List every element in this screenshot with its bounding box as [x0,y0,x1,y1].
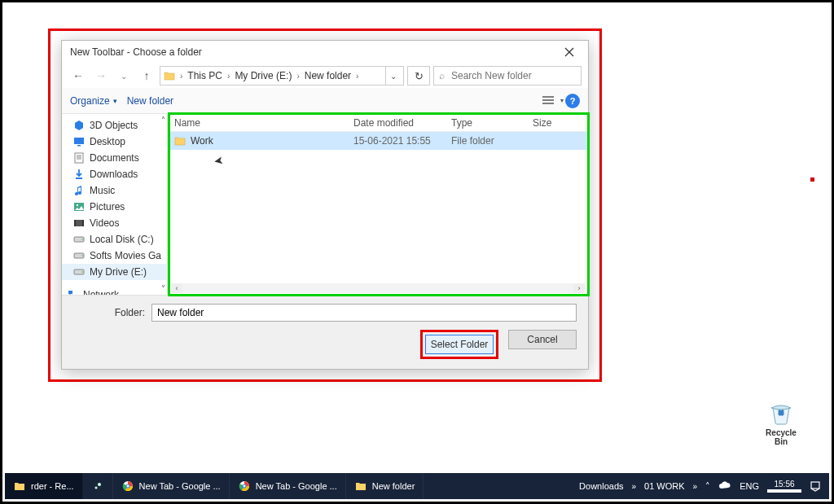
svg-rect-0 [74,138,84,144]
nav-row: ← → ⌄ ↑ › This PC › My Drive (E:) › New … [62,64,588,88]
svg-point-9 [81,239,83,240]
taskbar-item[interactable]: rder - Re... [5,473,83,499]
breadcrumb-folder[interactable]: New folder [305,70,351,81]
clock[interactable]: 15:56 [767,480,801,493]
taskbar[interactable]: rder - Re... New Tab - Google ... New Ta… [5,473,829,499]
refresh-button[interactable]: ↻ [407,66,430,85]
up-button[interactable]: ↑ [137,66,156,85]
language-indicator[interactable]: ENG [740,481,759,491]
tree-item-3d-objects[interactable]: 3D Objects [62,117,167,134]
view-options-button[interactable]: ▾ [539,92,557,110]
recycle-bin-label: Recycle Bin [762,428,801,446]
search-box[interactable]: ⌕ [433,66,582,85]
music-icon [73,185,85,196]
scroll-up-icon[interactable]: ˄ [161,116,165,125]
svg-rect-14 [68,291,72,294]
tray-work[interactable]: 01 WORK [644,481,685,491]
scroll-left-icon[interactable]: ‹ [171,283,182,293]
taskbar-item[interactable]: New folder [346,473,424,499]
tree-item-softs-movies-ga[interactable]: Softs Movies Ga [62,248,167,264]
annotation-red-dot [810,177,814,182]
breadcrumb-drive[interactable]: My Drive (E:) [235,70,292,81]
chevron-right-icon: › [227,72,230,81]
video-icon [73,217,85,229]
taskbar-item[interactable] [83,473,113,499]
column-name[interactable]: Name [174,117,353,129]
chevrons-icon[interactable]: » [693,482,698,491]
column-type[interactable]: Type [451,117,533,129]
svg-point-4 [77,204,78,206]
svg-rect-1 [77,145,81,147]
taskbar-label: rder - Re... [31,481,74,491]
disk-icon [73,250,85,261]
svg-point-13 [81,271,83,273]
caret-down-icon: ▾ [113,97,117,105]
tree-item-desktop[interactable]: Desktop [62,134,167,150]
svg-point-18 [94,487,97,489]
horizontal-scrollbar[interactable]: ‹ › [171,283,585,293]
select-folder-button[interactable]: Select Folder [425,335,494,354]
svg-rect-2 [75,153,83,163]
scroll-track[interactable] [182,283,573,293]
folder-icon [354,480,367,493]
tree-item-label: Music [90,185,115,196]
file-list[interactable]: Work 15-06-2021 15:55 File folder ➤ [168,132,588,295]
folder-name-input[interactable] [151,304,577,322]
tree-item-documents[interactable]: Documents [62,150,167,166]
tray-downloads[interactable]: Downloads [579,481,623,491]
organize-menu[interactable]: Organize ▾ [70,95,117,107]
column-headers[interactable]: Name Date modified Type Size [168,114,588,132]
breadcrumb-dropdown[interactable]: ⌄ [385,66,400,85]
tree-item-label: Desktop [90,136,125,147]
help-button[interactable]: ? [565,94,580,108]
new-folder-button[interactable]: New folder [127,95,173,107]
cube-icon [73,120,85,131]
organize-label: Organize [70,95,110,107]
tree-item-label: Softs Movies Ga [90,250,161,261]
nav-tree[interactable]: ˄ 3D ObjectsDesktopDocumentsDownloadsMus… [62,114,168,295]
command-bar: Organize ▾ New folder ▾ ? [62,88,588,114]
chrome-icon [121,480,134,493]
download-icon [73,169,85,180]
steam-icon [91,480,104,493]
tree-item-label: Documents [90,152,139,164]
folder-icon [13,480,26,493]
breadcrumb-this-pc[interactable]: This PC [187,70,222,81]
breadcrumb[interactable]: › This PC › My Drive (E:) › New folder ›… [160,66,404,85]
recycle-bin-icon [767,399,795,427]
doc-icon [73,152,85,164]
back-button[interactable]: ← [68,66,88,85]
file-type: File folder [451,135,533,147]
tree-item-downloads[interactable]: Downloads [62,166,167,182]
tree-item-label: Downloads [90,169,138,180]
taskbar-label: New Tab - Google ... [139,481,221,491]
scroll-down-icon[interactable]: ˅ [161,284,165,293]
taskbar-item[interactable]: New Tab - Google ... [230,473,346,499]
taskbar-item[interactable]: New Tab - Google ... [113,473,230,499]
tree-item-network[interactable]: Network [62,287,167,295]
mouse-cursor-icon: ➤ [213,153,225,168]
onedrive-icon[interactable] [718,481,731,491]
tray-overflow-icon[interactable]: ˄ [705,481,710,492]
search-input[interactable] [450,69,576,82]
chevrons-icon[interactable]: » [632,482,637,491]
forward-button[interactable]: → [91,66,111,85]
file-list-area: Name Date modified Type Size Work 15-06-… [168,114,588,295]
cancel-button[interactable]: Cancel [508,330,577,349]
tree-item-pictures[interactable]: Pictures [62,199,167,215]
tree-item-label: Network [83,289,119,295]
folder-row-work[interactable]: Work 15-06-2021 15:55 File folder [168,132,588,150]
tree-item-local-disk-c-[interactable]: Local Disk (C:) [62,231,167,248]
clock-time: 15:56 [767,480,801,489]
scroll-right-icon[interactable]: › [573,283,585,293]
tree-item-music[interactable]: Music [62,182,167,199]
recent-locations-button[interactable]: ⌄ [114,66,134,85]
notifications-icon[interactable] [810,480,821,492]
tree-item-videos[interactable]: Videos [62,215,167,231]
column-size[interactable]: Size [533,117,573,129]
column-date[interactable]: Date modified [353,117,451,129]
close-button[interactable] [555,43,583,61]
recycle-bin[interactable]: Recycle Bin [762,399,801,446]
tree-item-my-drive-e-[interactable]: My Drive (E:) [62,264,167,280]
clock-underline [767,489,801,493]
